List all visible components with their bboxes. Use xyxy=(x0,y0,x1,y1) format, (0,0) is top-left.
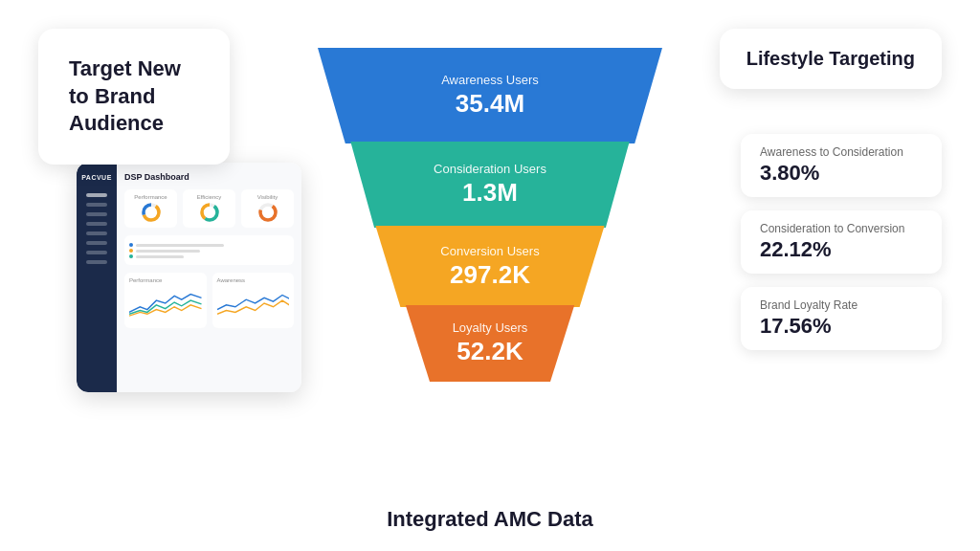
stat-consideration-conversion-value: 22.12% xyxy=(760,237,923,262)
dsp-sidebar: PACVUE xyxy=(77,163,117,392)
dsp-list-dot-blue xyxy=(129,243,133,247)
funnel-loyalty-layer: Loyalty Users 52.2K xyxy=(390,305,590,382)
loyalty-value: 52.2K xyxy=(457,337,523,366)
dsp-chart-awareness: Awareness xyxy=(212,273,295,328)
sidebar-nav-item xyxy=(86,231,107,235)
lifestyle-card-text: Lifestyle Targeting xyxy=(746,48,915,70)
target-card-text: Target New to Brand Audience xyxy=(69,55,199,138)
dsp-sparkline-performance xyxy=(129,286,202,320)
dsp-list-card xyxy=(124,235,294,265)
consideration-value: 1.3M xyxy=(462,178,518,208)
funnel-consideration-layer: Consideration Users 1.3M xyxy=(342,142,638,228)
dsp-metric-efficiency-label: Efficiency xyxy=(197,194,222,200)
dsp-metric-visibility: Visibility xyxy=(241,189,294,228)
awareness-label: Awareness Users xyxy=(441,73,539,87)
dsp-list xyxy=(129,243,289,258)
funnel-awareness-layer: Awareness Users 35.4M xyxy=(318,48,662,143)
dsp-metric-efficiency: Efficiency xyxy=(183,189,235,228)
stat-awareness-consideration-label: Awareness to Consideration xyxy=(760,145,923,159)
stat-consideration-conversion-label: Consideration to Conversion xyxy=(760,222,923,235)
sidebar-nav-item xyxy=(86,260,107,264)
dsp-donut-visibility xyxy=(257,202,278,223)
consideration-label: Consideration Users xyxy=(434,162,546,176)
conversion-value: 297.2K xyxy=(450,260,530,290)
dsp-dashboard-card: PACVUE DSP Dashboard Performance xyxy=(77,163,301,392)
dsp-list-bar xyxy=(136,250,200,253)
dsp-list-dot-teal xyxy=(129,254,133,258)
dsp-list-item xyxy=(129,254,289,258)
dsp-donut-efficiency xyxy=(199,202,220,223)
stat-consideration-conversion: Consideration to Conversion 22.12% xyxy=(741,210,942,274)
conversion-label: Conversion Users xyxy=(440,244,539,258)
dsp-chart-row: Performance Awareness xyxy=(124,273,294,328)
dsp-list-bar xyxy=(136,244,224,247)
loyalty-label: Loyalty Users xyxy=(453,320,528,335)
stat-awareness-consideration-value: 3.80% xyxy=(760,161,923,186)
dsp-metric-performance: Performance xyxy=(124,189,177,228)
dsp-list-bar xyxy=(136,255,184,258)
dsp-chart-awareness-label: Awareness xyxy=(217,277,290,283)
dsp-title: DSP Dashboard xyxy=(124,172,294,182)
dsp-chart-performance: Performance xyxy=(124,273,207,328)
dsp-logo: PACVUE xyxy=(81,174,112,181)
dsp-donut-performance xyxy=(141,202,162,223)
dsp-list-item xyxy=(129,249,289,253)
dsp-sparkline-awareness xyxy=(217,286,290,320)
funnel-container: Awareness Users 35.4M Consideration User… xyxy=(318,48,662,382)
sidebar-nav-item xyxy=(86,222,107,226)
dsp-list-dot-orange xyxy=(129,249,133,253)
main-container: Target New to Brand Audience Lifestyle T… xyxy=(0,0,980,551)
lifestyle-card: Lifestyle Targeting xyxy=(720,29,942,89)
dsp-chart-performance-label: Performance xyxy=(129,277,202,283)
target-card: Target New to Brand Audience xyxy=(38,29,230,165)
sidebar-nav-item xyxy=(86,251,107,254)
dsp-metrics-row: Performance Efficiency xyxy=(124,189,294,228)
stat-brand-loyalty-label: Brand Loyalty Rate xyxy=(760,298,923,312)
stat-brand-loyalty: Brand Loyalty Rate 17.56% xyxy=(741,287,942,350)
sidebar-nav-item xyxy=(86,212,107,216)
funnel-conversion-layer: Conversion Users 297.2K xyxy=(366,226,614,307)
stats-panel: Awareness to Consideration 3.80% Conside… xyxy=(741,134,942,350)
stat-brand-loyalty-value: 17.56% xyxy=(760,314,923,339)
sidebar-nav-item xyxy=(86,203,107,207)
dsp-metric-performance-label: Performance xyxy=(134,194,167,200)
bottom-label: Integrated AMC Data xyxy=(387,507,593,532)
sidebar-nav-item xyxy=(86,193,107,197)
stat-awareness-consideration: Awareness to Consideration 3.80% xyxy=(741,134,942,197)
dsp-metric-visibility-label: Visibility xyxy=(257,194,278,200)
dsp-content: DSP Dashboard Performance Efficiency xyxy=(117,163,301,392)
dsp-list-item xyxy=(129,243,289,247)
sidebar-nav-item xyxy=(86,241,107,245)
awareness-value: 35.4M xyxy=(456,89,524,119)
